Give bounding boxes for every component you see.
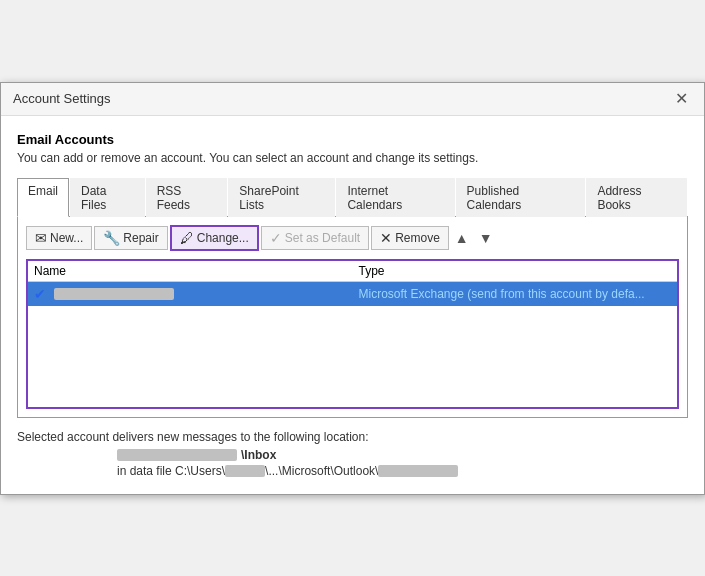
footer-area: Selected account delivers new messages t… [17, 430, 688, 478]
location-suffix: \Inbox [241, 448, 276, 462]
accounts-table-wrapper: Name Type ✔ [26, 259, 679, 409]
remove-icon: ✕ [380, 230, 392, 246]
account-settings-dialog: Account Settings ✕ Email Accounts You ca… [0, 82, 705, 495]
col-name-header: Name [28, 261, 353, 282]
tab-email[interactable]: Email [17, 178, 69, 217]
title-bar: Account Settings ✕ [1, 83, 704, 116]
change-icon: 🖊 [180, 230, 194, 246]
location-redacted [117, 449, 237, 461]
account-type-text: Microsoft Exchange (send from this accou… [359, 287, 645, 301]
tab-content-email: ✉ New... 🔧 Repair 🖊 Change... ✓ Set as D… [17, 217, 688, 418]
remove-label: Remove [395, 231, 440, 245]
set-default-button[interactable]: ✓ Set as Default [261, 226, 369, 250]
repair-icon: 🔧 [103, 230, 120, 246]
new-icon: ✉ [35, 230, 47, 246]
tab-address-books[interactable]: Address Books [586, 178, 687, 217]
footer-location: \Inbox [117, 448, 688, 462]
tab-published-calendars[interactable]: Published Calendars [456, 178, 586, 217]
change-button[interactable]: 🖊 Change... [170, 225, 259, 251]
header-section: Email Accounts You can add or remove an … [17, 132, 688, 165]
remove-button[interactable]: ✕ Remove [371, 226, 449, 250]
account-name-redacted [54, 288, 174, 300]
repair-label: Repair [123, 231, 158, 245]
datafile-redacted [225, 465, 265, 477]
tab-data-files[interactable]: Data Files [70, 178, 145, 217]
section-title: Email Accounts [17, 132, 688, 147]
dialog-body: Email Accounts You can add or remove an … [1, 116, 704, 494]
set-default-icon: ✓ [270, 230, 282, 246]
accounts-table: Name Type ✔ [28, 261, 677, 306]
tab-bar: Email Data Files RSS Feeds SharePoint Li… [17, 177, 688, 217]
col-type-header: Type [353, 261, 678, 282]
dialog-title: Account Settings [13, 91, 111, 106]
datafile-prefix: in data file C:\Users\ [117, 464, 225, 478]
footer-desc: Selected account delivers new messages t… [17, 430, 688, 444]
change-label: Change... [197, 231, 249, 245]
footer-datafile: in data file C:\Users\\...\Microsoft\Out… [117, 464, 688, 478]
new-label: New... [50, 231, 83, 245]
move-up-button[interactable]: ▲ [451, 228, 473, 248]
datafile-end-redacted [378, 465, 458, 477]
close-button[interactable]: ✕ [671, 91, 692, 107]
account-selected-icon: ✔ [34, 286, 46, 302]
account-name-cell: ✔ [28, 281, 353, 306]
tab-sharepoint-lists[interactable]: SharePoint Lists [228, 178, 335, 217]
account-type-cell: Microsoft Exchange (send from this accou… [353, 281, 678, 306]
table-row[interactable]: ✔ Microsoft Exchange (send from this acc… [28, 281, 677, 306]
datafile-suffix: \...\Microsoft\Outlook\ [265, 464, 378, 478]
repair-button[interactable]: 🔧 Repair [94, 226, 167, 250]
tab-rss-feeds[interactable]: RSS Feeds [146, 178, 228, 217]
section-desc: You can add or remove an account. You ca… [17, 151, 688, 165]
set-default-label: Set as Default [285, 231, 360, 245]
new-button[interactable]: ✉ New... [26, 226, 92, 250]
move-down-button[interactable]: ▼ [475, 228, 497, 248]
tab-internet-calendars[interactable]: Internet Calendars [336, 178, 454, 217]
toolbar: ✉ New... 🔧 Repair 🖊 Change... ✓ Set as D… [26, 225, 679, 251]
